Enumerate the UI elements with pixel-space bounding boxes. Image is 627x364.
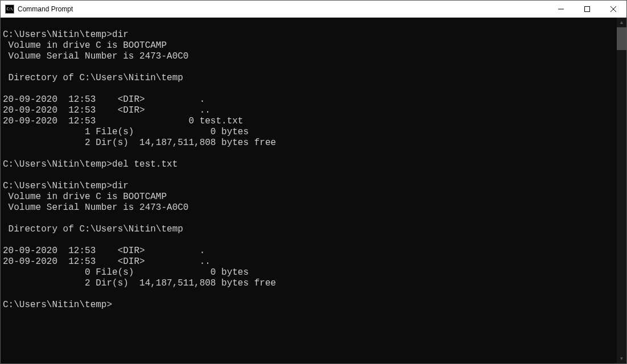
window-title: Command Prompt bbox=[18, 5, 548, 13]
svg-rect-1 bbox=[585, 6, 590, 11]
scrollbar-down-arrow[interactable]: ▼ bbox=[617, 354, 626, 363]
output-line: 20-09-2020 12:53 <DIR> .. bbox=[3, 105, 211, 115]
output-line: 20-09-2020 12:53 <DIR> . bbox=[3, 246, 205, 256]
prompt: C:\Users\Nitin\temp> bbox=[3, 159, 112, 169]
output-line: 20-09-2020 12:53 <DIR> .. bbox=[3, 257, 211, 267]
output-line: Volume in drive C is BOOTCAMP bbox=[3, 192, 167, 202]
maximize-button[interactable] bbox=[574, 1, 600, 17]
minimize-button[interactable] bbox=[548, 1, 574, 17]
scrollbar-thumb[interactable] bbox=[617, 27, 626, 50]
titlebar: C:\ Command Prompt bbox=[1, 1, 626, 18]
scrollbar-up-arrow[interactable]: ▲ bbox=[617, 18, 626, 27]
terminal-container: C:\Users\Nitin\temp>dir Volume in drive … bbox=[1, 18, 626, 363]
output-line: 2 Dir(s) 14,187,511,808 bytes free bbox=[3, 278, 276, 288]
command-text: dir bbox=[112, 30, 129, 40]
output-line: Directory of C:\Users\Nitin\temp bbox=[3, 224, 183, 234]
output-line: Volume Serial Number is 2473-A0C0 bbox=[3, 202, 188, 213]
output-line: 0 File(s) 0 bytes bbox=[3, 267, 249, 278]
scrollbar[interactable]: ▲ ▼ bbox=[617, 18, 626, 363]
close-button[interactable] bbox=[600, 1, 626, 17]
app-icon: C:\ bbox=[5, 5, 14, 14]
terminal-output[interactable]: C:\Users\Nitin\temp>dir Volume in drive … bbox=[1, 18, 617, 363]
prompt: C:\Users\Nitin\temp> bbox=[3, 30, 112, 40]
output-line: 20-09-2020 12:53 <DIR> . bbox=[3, 94, 205, 105]
command-text: del test.txt bbox=[112, 159, 178, 169]
output-line: 1 File(s) 0 bytes bbox=[3, 127, 249, 137]
output-line: Volume Serial Number is 2473-A0C0 bbox=[3, 51, 188, 61]
cursor bbox=[112, 301, 117, 310]
output-line: Volume in drive C is BOOTCAMP bbox=[3, 40, 167, 51]
prompt: C:\Users\Nitin\temp> bbox=[3, 300, 112, 310]
prompt: C:\Users\Nitin\temp> bbox=[3, 181, 112, 191]
output-line: 20-09-2020 12:53 0 test.txt bbox=[3, 116, 243, 126]
output-line: Directory of C:\Users\Nitin\temp bbox=[3, 73, 183, 83]
window-controls bbox=[548, 1, 626, 17]
command-text: dir bbox=[112, 181, 129, 191]
output-line: 2 Dir(s) 14,187,511,808 bytes free bbox=[3, 138, 276, 148]
